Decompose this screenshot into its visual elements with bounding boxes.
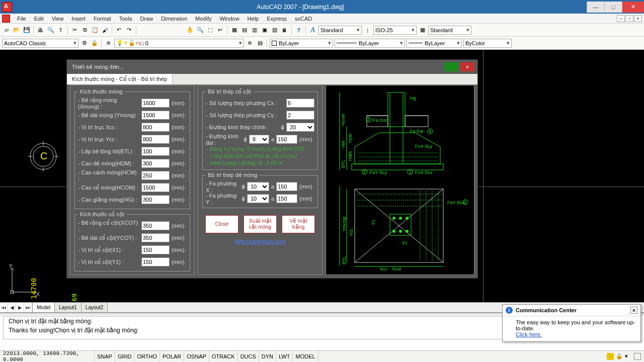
new-icon[interactable]: ▱ (2, 26, 11, 34)
minimize-button[interactable]: — (587, 2, 604, 13)
menu-window[interactable]: Window (215, 15, 243, 23)
tablestyle-combo[interactable]: Standard▾ (428, 26, 471, 35)
paste-icon[interactable]: 📋 (91, 26, 99, 34)
menu-insert[interactable]: Insert (67, 15, 90, 23)
pan-icon[interactable]: ✋ (186, 26, 194, 34)
select-main-dia[interactable]: 20 (286, 123, 314, 132)
tab-first-icon[interactable]: ⏮ (0, 303, 8, 312)
plot-icon[interactable]: 🖶 (36, 26, 45, 34)
lineweight-combo[interactable]: ByLayer▾ (407, 39, 462, 48)
menu-edit[interactable]: Edit (30, 15, 48, 23)
tab-last-icon[interactable]: ⏭ (24, 303, 32, 312)
select-stirrup-dia[interactable]: 8 (249, 135, 269, 144)
toggle-grid[interactable]: GRID (115, 351, 135, 362)
properties-icon[interactable]: ▦ (230, 26, 238, 34)
tab-prev-icon[interactable]: ◀ (8, 303, 16, 312)
redo-icon[interactable]: ↷ (125, 26, 133, 34)
dialog-ok-button[interactable] (444, 62, 458, 71)
layer-combo[interactable]: 💡☀🔓▭□ 0▾ (114, 39, 244, 48)
input-xcc[interactable] (141, 123, 170, 132)
commcenter-link[interactable]: Click here. (516, 331, 542, 337)
calc-icon[interactable]: 🖩 (280, 26, 289, 34)
input-hg[interactable] (141, 195, 170, 204)
dimstyle-combo[interactable]: ISO-25▾ (373, 26, 417, 35)
dialog-close-button[interactable]: × (460, 62, 474, 71)
textstyle-combo[interactable]: Standard▾ (318, 26, 362, 35)
tab-model[interactable]: Model (33, 303, 55, 312)
mdi-minimize-button[interactable]: – (617, 15, 625, 22)
menu-express[interactable]: Express (263, 15, 291, 23)
mdi-restore-button[interactable]: ▫ (625, 15, 633, 22)
dialog-tab-active[interactable]: Kích thước móng - Cổ cột - Bố trí thép (67, 74, 173, 84)
draw-plan-button[interactable]: Vẽ mặt bằng (282, 215, 315, 233)
match-icon[interactable]: 🖌 (101, 26, 109, 34)
maximize-button[interactable]: □ (604, 2, 622, 13)
tray-commcenter-icon[interactable] (607, 353, 614, 360)
tab-layout2[interactable]: Layout2 (82, 303, 108, 312)
input-hcom[interactable] (141, 183, 170, 192)
input-stirrup-sp[interactable] (276, 135, 297, 144)
menu-tools[interactable]: Tools (115, 15, 136, 23)
toggle-model[interactable]: MODEL (293, 351, 318, 362)
copy-icon[interactable]: ⧉ (80, 26, 89, 34)
menu-format[interactable]: Format (90, 15, 115, 23)
input-hcm[interactable] (141, 171, 170, 180)
menu-draw[interactable]: Draw (136, 15, 157, 23)
save-icon[interactable]: 💾 (22, 26, 31, 34)
commcenter-close-button[interactable]: × (630, 307, 637, 314)
zoom-rt-icon[interactable]: 🔍 (196, 26, 204, 34)
website-link[interactable]: http://xdvietnam.com (234, 238, 286, 244)
select-fay-dia[interactable]: 10 (247, 194, 269, 203)
toggle-snap[interactable]: SNAP (95, 351, 115, 362)
toggle-osnap[interactable]: OSNAP (184, 351, 209, 362)
tab-layout1[interactable]: Layout1 (55, 303, 82, 312)
mdi-close-button[interactable]: × (634, 15, 642, 22)
undo-icon[interactable]: ↶ (115, 26, 123, 34)
menu-dimension[interactable]: Dimension (157, 15, 191, 23)
tablestyle-icon[interactable]: ▦ (418, 26, 427, 34)
menu-file[interactable]: File (13, 15, 30, 23)
ssm-icon[interactable]: ▣ (260, 26, 269, 34)
workspace-combo[interactable]: AutoCAD Classic▾ (2, 39, 78, 48)
menu-modify[interactable]: Modify (191, 15, 215, 23)
close-dialog-button[interactable]: Close (205, 215, 238, 233)
dcenter-icon[interactable]: ▤ (240, 26, 249, 34)
input-fax-sp[interactable] (276, 182, 297, 191)
help-icon[interactable]: ? (294, 26, 303, 34)
tpalette-icon[interactable]: ▥ (250, 26, 259, 34)
dialog-titlebar[interactable]: Thiết kế móng đơn... × (67, 60, 477, 74)
tray-lock-icon[interactable]: 🔒 (616, 353, 623, 360)
input-y1[interactable] (141, 257, 170, 266)
menu-sxcad[interactable]: sxCAD (291, 15, 316, 23)
input-fay-sp[interactable] (276, 194, 297, 203)
toggle-ducs[interactable]: DUCS (238, 351, 259, 362)
linetype-combo[interactable]: ByLayer▾ (335, 39, 405, 48)
input-xcot[interactable] (141, 221, 170, 230)
publish-icon[interactable]: ⇪ (56, 26, 65, 34)
toggle-otrack[interactable]: OTRACK (209, 351, 238, 362)
color-combo[interactable]: ByLayer▾ (270, 39, 333, 48)
input-cy[interactable] (286, 111, 314, 120)
layer-manager-icon[interactable]: ≋ (104, 39, 113, 47)
toggle-ortho[interactable]: ORTHO (134, 351, 160, 362)
input-ycot[interactable] (141, 233, 170, 242)
input-btl[interactable] (141, 147, 170, 156)
input-cx[interactable] (286, 99, 314, 108)
tray-chevron-icon[interactable]: ▾ (625, 353, 632, 360)
workspace-lock-icon[interactable]: 🔒 (90, 39, 99, 47)
tray-cleanscreen-icon[interactable] (634, 353, 641, 360)
close-button[interactable]: ✕ (622, 2, 644, 13)
tab-next-icon[interactable]: ▶ (16, 303, 24, 312)
input-hdm[interactable] (141, 159, 170, 168)
menu-view[interactable]: View (48, 15, 68, 23)
input-xmong[interactable] (141, 99, 170, 108)
workspace-settings-icon[interactable]: ⚙ (80, 39, 89, 47)
input-x1[interactable] (141, 245, 170, 254)
layer-states-icon[interactable]: ▤ (256, 39, 264, 47)
zoom-prev-icon[interactable]: ↩ (216, 26, 224, 34)
markup-icon[interactable]: ▧ (270, 26, 279, 34)
textstyle-icon[interactable]: A (308, 26, 317, 34)
input-ycc[interactable] (141, 135, 170, 144)
layer-prev-icon[interactable]: ≋ (246, 39, 254, 47)
toggle-polar[interactable]: POLAR (160, 351, 184, 362)
